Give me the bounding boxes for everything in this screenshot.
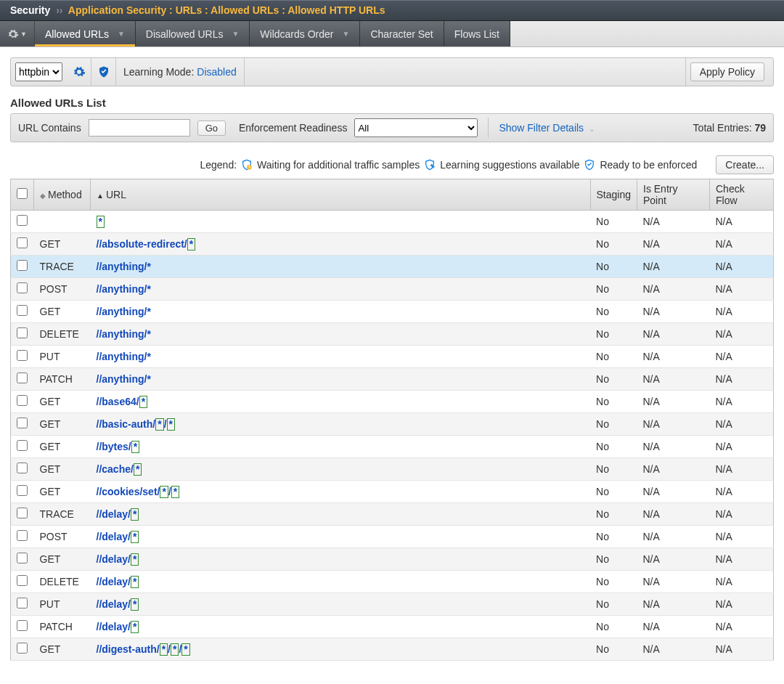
url-link[interactable]: //delay/*	[97, 508, 139, 520]
url-link[interactable]: //anything/*	[97, 328, 151, 340]
policy-select[interactable]: httpbin	[15, 62, 62, 81]
cell-staging: No	[590, 368, 637, 391]
url-link[interactable]: //base64/*	[97, 396, 148, 407]
cell-method: GET	[34, 413, 91, 436]
cell-entry: N/A	[637, 368, 710, 391]
url-link[interactable]: //absolute-redirect/*	[97, 238, 196, 250]
select-all-checkbox[interactable]	[17, 188, 28, 199]
cell-url: //bytes/*	[91, 436, 591, 458]
row-checkbox[interactable]	[17, 440, 28, 451]
table-row: TRACE//anything/*NoN/AN/A	[11, 256, 774, 278]
url-link[interactable]: *	[97, 216, 105, 227]
row-checkbox[interactable]	[17, 260, 28, 271]
cell-flow: N/A	[710, 301, 774, 323]
wildcard-token: *	[131, 531, 139, 543]
show-filter-details[interactable]: Show Filter Details ⌄	[499, 122, 595, 134]
cell-entry: N/A	[637, 278, 710, 301]
row-checkbox[interactable]	[17, 418, 28, 428]
table-row: GET//bytes/*NoN/AN/A	[11, 436, 774, 458]
url-link[interactable]: //bytes/*	[97, 441, 140, 452]
table-row: GET//absolute-redirect/*NoN/AN/A	[11, 233, 774, 256]
url-link[interactable]: //delay/*	[97, 531, 139, 542]
enforcement-select[interactable]: All	[354, 118, 478, 137]
wildcard-token: *	[187, 238, 195, 251]
cell-staging: No	[590, 413, 637, 436]
row-checkbox[interactable]	[17, 620, 28, 631]
policy-gear[interactable]	[67, 58, 91, 86]
shield-ready-icon	[584, 159, 595, 171]
url-link[interactable]: //delay/*	[97, 576, 139, 587]
create-button[interactable]: Create...	[716, 155, 774, 174]
apply-policy-button[interactable]: Apply Policy	[690, 62, 764, 81]
tab-allowed-urls[interactable]: Allowed URLs▼	[35, 21, 136, 46]
url-contains-input[interactable]	[89, 119, 190, 137]
url-link[interactable]: //cache/*	[97, 463, 142, 475]
wildcard-token: *	[160, 486, 168, 498]
tab-label: Allowed URLs	[45, 28, 109, 40]
table-row: PUT//anything/*NoN/AN/A	[11, 346, 774, 368]
th-method[interactable]: ◆Method	[34, 179, 91, 211]
cell-url: //anything/*	[91, 301, 591, 323]
cell-url: //delay/*	[91, 526, 591, 548]
legend-row: Legend: Waiting for additional traffic s…	[10, 155, 774, 174]
row-checkbox[interactable]	[17, 395, 28, 406]
row-checkbox[interactable]	[17, 463, 28, 473]
url-link[interactable]: //anything/*	[97, 306, 151, 317]
th-entry[interactable]: Is Entry Point	[637, 179, 710, 211]
wildcard-token: *	[131, 508, 139, 521]
settings-menu[interactable]: ▼	[0, 21, 35, 46]
cell-method: GET	[34, 548, 91, 571]
url-link[interactable]: //basic-auth/*/*	[97, 418, 175, 430]
tab-character-set[interactable]: Character Set	[360, 21, 444, 46]
cell-url: //anything/*	[91, 368, 591, 391]
cell-url: //delay/*	[91, 616, 591, 638]
cell-flow: N/A	[710, 458, 774, 481]
cell-url: //basic-auth/*/*	[91, 413, 591, 436]
cell-flow: N/A	[710, 638, 774, 661]
wildcard-token: *	[131, 553, 139, 566]
row-checkbox[interactable]	[17, 372, 28, 383]
tabbar: ▼ Allowed URLs▼Disallowed URLs▼Wildcards…	[0, 21, 784, 47]
tab-disallowed-urls[interactable]: Disallowed URLs▼	[136, 21, 250, 46]
row-checkbox[interactable]	[17, 215, 28, 226]
url-link[interactable]: //cookies/set/*/*	[97, 486, 180, 497]
row-checkbox[interactable]	[17, 282, 28, 293]
url-link[interactable]: //anything/*	[97, 373, 151, 385]
tab-flows-list[interactable]: Flows List	[444, 21, 510, 46]
table-row: DELETE//anything/*NoN/AN/A	[11, 323, 774, 346]
wildcard-token: *	[131, 441, 139, 453]
learning-mode-value[interactable]: Disabled	[197, 66, 236, 78]
row-checkbox[interactable]	[17, 643, 28, 654]
row-checkbox[interactable]	[17, 327, 28, 338]
url-link[interactable]: //anything/*	[97, 261, 151, 272]
cell-entry: N/A	[637, 503, 710, 526]
row-checkbox[interactable]	[17, 350, 28, 361]
chevron-down-icon: ▼	[342, 30, 349, 38]
row-checkbox[interactable]	[17, 237, 28, 248]
cell-url: //anything/*	[91, 323, 591, 346]
row-checkbox[interactable]	[17, 553, 28, 563]
row-checkbox[interactable]	[17, 530, 28, 541]
row-checkbox[interactable]	[17, 508, 28, 518]
url-link[interactable]: //delay/*	[97, 621, 139, 632]
policy-shield[interactable]	[91, 58, 116, 86]
go-button[interactable]: Go	[197, 121, 226, 136]
url-link[interactable]: //anything/*	[97, 283, 151, 295]
tab-wildcards-order[interactable]: Wildcards Order▼	[250, 21, 360, 46]
th-staging[interactable]: Staging	[590, 179, 637, 211]
cell-staging: No	[590, 211, 637, 233]
cell-url: //anything/*	[91, 256, 591, 278]
row-checkbox[interactable]	[17, 598, 28, 608]
row-checkbox[interactable]	[17, 305, 28, 316]
th-flow[interactable]: Check Flow	[710, 179, 774, 211]
url-link[interactable]: //delay/*	[97, 598, 139, 610]
row-checkbox[interactable]	[17, 575, 28, 586]
url-link[interactable]: //delay/*	[97, 553, 139, 565]
cell-flow: N/A	[710, 391, 774, 413]
url-link[interactable]: //digest-auth/*/*/*	[97, 643, 190, 655]
cell-method: POST	[34, 278, 91, 301]
th-url[interactable]: ▲URL	[91, 179, 591, 211]
url-link[interactable]: //anything/*	[97, 351, 151, 362]
row-checkbox[interactable]	[17, 485, 28, 496]
learning-mode: Learning Mode: Disabled	[116, 58, 245, 86]
